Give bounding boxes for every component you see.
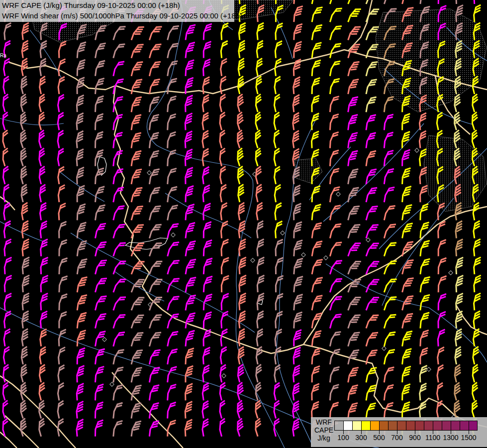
wind-barb [19,400,28,419]
wind-barb [202,347,210,365]
wind-barb [130,330,143,348]
wind-barb [311,294,322,312]
wind-barb [236,112,245,130]
wind-barb [419,185,428,203]
wind-barb [292,130,299,148]
wind-barb [20,364,28,382]
wind-barb [238,346,245,364]
wind-barb [58,167,64,184]
wind-barb [237,184,245,202]
wind-barb [202,185,209,203]
wind-barb [185,311,195,330]
wind-barb [76,41,86,59]
wind-barb [221,59,227,76]
wind-barb [4,275,12,293]
wind-barb [383,312,396,331]
wind-barb [239,275,246,293]
wind-barb [38,94,46,112]
wind-barb [401,401,410,419]
wind-barb [384,0,397,6]
city-marker [171,233,175,237]
wind-barb [419,311,429,330]
wind-barb [149,222,162,240]
wind-barb [254,130,263,148]
wind-barb [130,240,144,259]
wind-barb [275,293,284,311]
wind-barb [202,275,212,294]
wind-barb [329,185,340,204]
wind-barb [365,60,378,78]
cape-color-scale [334,421,478,431]
wind-barb [347,295,361,313]
wind-barb [273,112,281,130]
wind-barb [112,258,126,277]
river [326,264,429,308]
wind-barb [76,203,86,222]
wind-barb [255,364,263,382]
wind-barb [58,239,67,257]
wind-barb [254,419,263,437]
wind-barb [347,222,360,240]
wind-barb [22,257,29,275]
wind-barb [474,221,480,238]
wind-barb [58,59,66,77]
wind-barb [401,131,410,149]
wind-barb [239,257,246,275]
wind-barb [95,59,105,78]
wind-barb [185,95,193,112]
wind-barb [185,401,193,419]
wind-barb [329,330,341,348]
cape-tick-label: 1500 [461,434,476,442]
wind-barb [471,130,480,148]
wind-barb [383,240,396,258]
wind-barb [149,204,161,222]
wind-barb [275,275,284,293]
wind-barb [419,401,426,419]
wind-barb [21,203,28,220]
wind-barb [419,257,430,276]
wind-barb [329,312,342,331]
wind-barb [365,95,377,113]
wind-barb [149,277,163,295]
city-marker [301,253,305,257]
wind-barb [311,23,322,41]
wind-barb [167,149,176,167]
title-box: WRF CAPE (J/kg) Thursday 09-10-2025 00:0… [0,0,234,22]
wind-barb [221,239,229,257]
wind-barb [19,130,28,148]
wind-barb [112,24,125,42]
wind-barb [275,239,283,257]
cape-tick-label: 300 [355,434,367,442]
wind-barb [149,42,162,60]
wind-barb [238,203,245,220]
cape-tick-label: 500 [373,434,385,442]
wind-barb [185,23,195,41]
wind-barb [202,23,212,41]
wind-barb [95,419,103,438]
wind-barb [3,185,10,203]
wind-barb [112,240,126,259]
wind-barb [185,221,195,239]
wind-barb [236,130,245,148]
wind-barb [20,166,28,184]
wind-barb [293,41,302,59]
wind-barb [148,383,159,402]
wind-barb [148,149,159,168]
wind-barb [293,347,301,365]
cape-swatch-14 [460,421,469,431]
wind-barb [202,203,210,221]
wind-barb [437,203,445,221]
wind-barb [257,239,264,257]
wind-barb [293,23,302,41]
wind-barb [454,364,462,382]
wind-barb [130,60,143,78]
wind-barb [40,41,47,58]
wind-barb [3,347,10,365]
wind-barb [311,95,319,112]
wind-barb [112,347,124,366]
wind-barb [76,95,84,112]
wind-barb [130,420,141,438]
wind-barb [185,275,196,294]
wind-barb [112,330,125,348]
wind-barb [219,383,227,401]
